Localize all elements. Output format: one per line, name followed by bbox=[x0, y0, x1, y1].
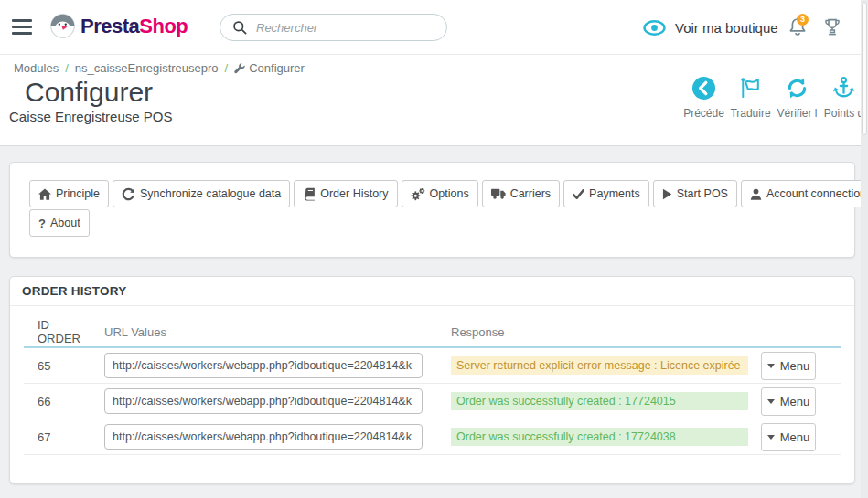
row-menu-button[interactable]: Menu bbox=[761, 423, 816, 451]
tab-about[interactable]: ? About bbox=[29, 209, 90, 237]
tab-carriers[interactable]: Carriers bbox=[482, 180, 560, 207]
tab-principle[interactable]: Principle bbox=[29, 180, 109, 207]
url-input[interactable] bbox=[104, 388, 423, 414]
vertical-scrollbar bbox=[861, 0, 868, 498]
sync-icon bbox=[122, 187, 135, 201]
breadcrumb-separator: / bbox=[225, 61, 229, 75]
tabs-row-1: Principle Synchronize catalogue data Ord… bbox=[29, 180, 847, 207]
url-input[interactable] bbox=[104, 353, 423, 378]
back-button[interactable]: Précéde bbox=[680, 76, 727, 120]
table-row: 67 Order was successfully created : 1772… bbox=[24, 419, 841, 455]
refresh-icon bbox=[785, 76, 809, 101]
order-id: 67 bbox=[24, 430, 91, 444]
search-bar bbox=[220, 14, 447, 41]
breadcrumb: Modules / ns_caisseEnregistreusepro / Co… bbox=[14, 61, 305, 75]
anchor-icon bbox=[831, 76, 856, 101]
view-my-shop-label: Voir ma boutique bbox=[675, 20, 778, 36]
notification-badge: 3 bbox=[797, 14, 809, 26]
table-row: 66 Order was successfully created : 1772… bbox=[24, 384, 841, 419]
tabs-row-2: ? About bbox=[29, 209, 847, 237]
page-subtitle: Caisse Enregistreuse POS bbox=[9, 109, 172, 124]
check-updates-button[interactable]: Vérifier l bbox=[774, 76, 820, 120]
order-history-panel: ORDER HISTORY ID ORDER URL Values Respon… bbox=[9, 276, 855, 484]
achievements-button[interactable] bbox=[823, 17, 843, 37]
prestashop-mascot-icon bbox=[50, 14, 75, 38]
header-actions: Précéde Traduire Vérifier l bbox=[680, 76, 867, 120]
question-icon: ? bbox=[38, 217, 46, 230]
order-id: 65 bbox=[24, 359, 91, 373]
breadcrumb-modules[interactable]: Modules bbox=[14, 61, 59, 75]
row-menu-button[interactable]: Menu bbox=[761, 352, 816, 380]
play-icon bbox=[662, 188, 672, 200]
gears-icon bbox=[411, 187, 425, 201]
response-message: Order was successfully created : 1772403… bbox=[451, 428, 748, 446]
column-header-response: Response bbox=[445, 325, 761, 339]
notifications-button[interactable]: 3 bbox=[788, 16, 811, 40]
chevron-down-icon bbox=[767, 399, 775, 404]
trophy-icon bbox=[823, 17, 841, 37]
order-history-table: ID ORDER URL Values Response 65 Server r… bbox=[24, 317, 841, 455]
tab-order-history[interactable]: Order History bbox=[294, 180, 397, 207]
url-input[interactable] bbox=[104, 424, 423, 450]
search-icon[interactable] bbox=[232, 20, 248, 36]
response-message: Server returned explicit error message :… bbox=[451, 356, 748, 375]
table-row: 65 Server returned explicit error messag… bbox=[24, 348, 841, 384]
chevron-down-icon bbox=[767, 364, 775, 368]
breadcrumb-configure[interactable]: Configurer bbox=[234, 61, 305, 75]
back-icon bbox=[691, 76, 716, 101]
breadcrumb-separator: / bbox=[65, 61, 69, 75]
row-menu-button[interactable]: Menu bbox=[761, 387, 816, 416]
tab-account-connection[interactable]: Account connection bbox=[741, 180, 868, 207]
prestashop-logo[interactable]: PrestaShop bbox=[50, 14, 188, 38]
wrench-icon bbox=[234, 63, 245, 74]
order-history-title: ORDER HISTORY bbox=[10, 277, 854, 306]
book-icon bbox=[303, 187, 316, 201]
translate-button[interactable]: Traduire bbox=[727, 76, 774, 120]
breadcrumb-module-name[interactable]: ns_caisseEnregistreusepro bbox=[75, 61, 219, 75]
top-bar: PrestaShop Voir ma boutique 3 bbox=[0, 0, 868, 55]
menu-toggle-icon[interactable] bbox=[12, 19, 32, 35]
scrollbar-thumb[interactable] bbox=[862, 2, 867, 135]
module-tabs-panel: Principle Synchronize catalogue data Ord… bbox=[9, 162, 855, 258]
eye-icon bbox=[643, 20, 666, 36]
page-title: Configurer bbox=[25, 77, 153, 108]
tab-payments[interactable]: Payments bbox=[563, 180, 649, 207]
response-message: Order was successfully created : 1772401… bbox=[451, 392, 748, 410]
tab-options[interactable]: Options bbox=[402, 180, 478, 207]
prestashop-wordmark: PrestaShop bbox=[80, 15, 188, 38]
column-header-id: ID ORDER bbox=[24, 318, 91, 345]
tab-synchronize-catalogue[interactable]: Synchronize catalogue data bbox=[113, 180, 290, 207]
truck-icon bbox=[491, 187, 506, 200]
prestashop-admin-page: PrestaShop Voir ma boutique 3 bbox=[0, 0, 868, 498]
chevron-down-icon bbox=[767, 435, 775, 440]
tab-start-pos[interactable]: Start POS bbox=[653, 180, 737, 207]
table-header-row: ID ORDER URL Values Response bbox=[24, 317, 841, 348]
user-icon bbox=[750, 188, 762, 200]
column-header-url: URL Values bbox=[91, 325, 445, 339]
check-icon bbox=[573, 189, 584, 199]
order-id: 66 bbox=[24, 395, 91, 408]
home-icon bbox=[38, 188, 51, 200]
flag-icon bbox=[738, 76, 763, 101]
search-input[interactable] bbox=[256, 21, 435, 35]
view-my-shop-link[interactable]: Voir ma boutique bbox=[643, 0, 778, 55]
